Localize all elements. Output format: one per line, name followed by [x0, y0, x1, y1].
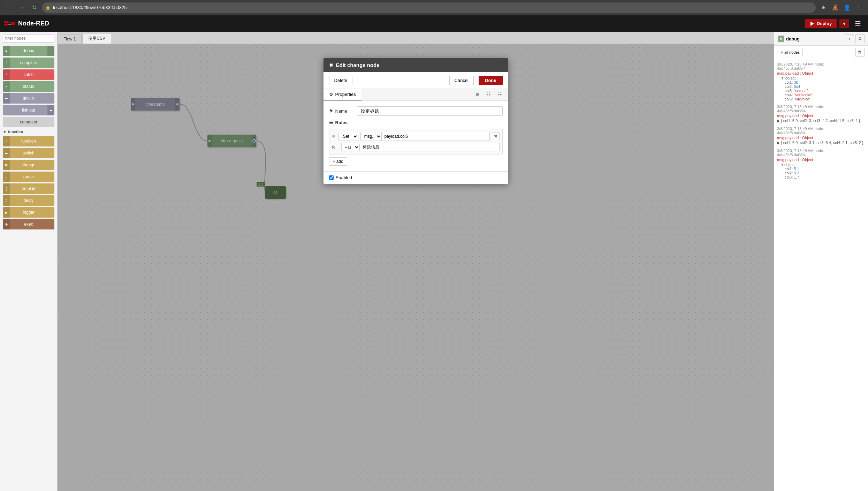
back-button[interactable]: ← [4, 3, 14, 13]
canvas[interactable]: timestamp http request [58, 44, 774, 491]
sidebar-item-complete[interactable]: ! complete [3, 58, 54, 68]
sidebar-item-exec[interactable]: ⚙ exec [3, 219, 54, 229]
sidebar-item-catch[interactable]: ! catch [3, 69, 54, 80]
sidebar-item-delay[interactable]: ⏱ delay [3, 195, 54, 206]
hamburger-menu-button[interactable]: ☰ [852, 18, 864, 29]
add-rule-button[interactable]: + add [329, 157, 347, 166]
debug-entry-2-meta: 3/8/2020, 7:18:49 AM node: 4ab45cf8.da08… [777, 105, 865, 113]
rule-delete-button[interactable]: ✖ [492, 133, 500, 140]
enabled-label-text: Enabled [336, 175, 352, 180]
sidebar-item-trigger[interactable]: ▶ trigger [3, 207, 54, 218]
sidebar-item-template[interactable]: { template [3, 183, 54, 194]
catch-icon-left: ! [3, 69, 10, 80]
rule-value-input[interactable] [360, 143, 499, 151]
sidebar-item-status[interactable]: ~ status [3, 81, 54, 92]
debug-entry-2: 3/8/2020, 7:18:49 AM node: 4ab45cf8.da08… [777, 105, 865, 123]
canvas-area: Flow 1 使用CSV timestamp [58, 32, 774, 491]
switch-icon-left: ➡ [3, 148, 10, 158]
bookmark-star-button[interactable]: ★ [818, 3, 828, 13]
debug-settings-button[interactable]: ⚙ [855, 34, 865, 43]
description-button[interactable]: ☷ [483, 89, 494, 100]
tab-properties[interactable]: ⚙ Properties [323, 89, 361, 100]
category-function-label: function [8, 130, 23, 134]
enabled-checkbox[interactable] [329, 175, 334, 180]
debug-clear-button[interactable]: 🗑 [855, 48, 865, 57]
name-label: ⚑ Name [329, 108, 353, 114]
debug-fields-4: col1: 5.1 col2: 3.3 col3: 1.7 [781, 167, 865, 179]
debug-payload-label-4[interactable]: msg.payload : Object [777, 158, 865, 162]
drag-handle[interactable]: ≡ [332, 134, 335, 139]
range-icon-left: → [3, 172, 10, 182]
cancel-button[interactable]: Cancel [449, 76, 474, 85]
debug-filter-bar: ▿ all nodes 🗑 [774, 46, 868, 59]
extension-button[interactable]: 🧸 [830, 3, 840, 13]
sidebar-item-debug[interactable]: ■ debug ☰ [3, 46, 54, 56]
debug-inline-2[interactable]: ▶ { col1: 5.9, col2: 3, col3: 4.2, col4:… [777, 119, 865, 123]
sidebar-item-function[interactable]: ƒ function [3, 136, 54, 146]
sidebar-item-range[interactable]: → range [3, 172, 54, 182]
debug-object-1: ▼ object col1: 30 col2: 0x4 col3: "setos… [777, 76, 865, 101]
sidebar-item-link-in[interactable]: ➡ link in [3, 93, 54, 104]
debug-expand-1[interactable]: ▼ object [781, 76, 865, 80]
edit-dialog-title: Edit change node [336, 62, 380, 68]
layout-button[interactable]: ☷ [494, 89, 505, 100]
debug-field-col2: col2: 0x4 [785, 84, 865, 89]
trigger-icon-left: ▶ [3, 207, 10, 218]
rule-action-select[interactable]: Set [338, 132, 358, 141]
complete-icon-left: ! [3, 58, 10, 68]
sidebar-item-link-out[interactable]: link out ➡ [3, 105, 54, 115]
category-chevron-icon: ▼ [3, 130, 7, 134]
deploy-icon [810, 21, 815, 26]
address-input[interactable] [42, 2, 816, 13]
debug-filter-button[interactable]: ▿ all nodes [778, 49, 803, 56]
deploy-chevron-button[interactable]: ▼ [839, 19, 849, 28]
template-icon-left: { [3, 183, 10, 194]
debug-field-col1: col1: 30 [785, 80, 865, 84]
debug-time-2: 3/8/2020, 7:18:49 AM [777, 105, 814, 109]
edit-dialog: ✖ Edit change node Delete Cancel Done [323, 58, 508, 184]
tag-icon: ⚑ [329, 108, 333, 114]
exec-icon-left: ⚙ [3, 219, 10, 229]
debug-node-id-2: 4ab45cf8.da08f4 [777, 109, 806, 113]
deploy-button[interactable]: Deploy [805, 19, 837, 28]
debug-info-button[interactable]: i [845, 34, 854, 43]
debug-field-4-col2: col2: 3.3 [785, 171, 865, 175]
gear-settings-button[interactable]: ⚙ [472, 89, 483, 100]
debug-payload-label-1[interactable]: msg.payload : Object [777, 71, 865, 75]
debug-payload-label-3[interactable]: msg.payload : Object [777, 136, 865, 140]
debug-expand-4[interactable]: ▼object [781, 163, 865, 167]
browser-menu-button[interactable]: ⋮ [854, 3, 864, 13]
done-button[interactable]: Done [479, 76, 503, 85]
debug-panel: ■ debug i ⚙ ▿ all nodes 🗑 [774, 32, 868, 491]
debug-inline-3[interactable]: ▶ { col1: 6.9, col2: 3.1, col3: 5.4, col… [777, 141, 865, 145]
sidebar-item-comment[interactable]: comment [3, 117, 54, 127]
sidebar-filter [0, 32, 57, 45]
tab-csv[interactable]: 使用CSV [82, 33, 111, 44]
filter-nodes-input[interactable] [3, 34, 54, 43]
rule-target-input[interactable] [382, 133, 489, 140]
rules-icon: ☰ [329, 120, 333, 125]
debug-object-4: ▼object col1: 5.1 col2: 3.3 col3: 1.7 [777, 163, 865, 179]
sidebar-item-switch[interactable]: ➡ switch [3, 148, 54, 158]
edit-node-icon: ✖ [329, 62, 333, 68]
rule-value-type-select[interactable]: ▾ az [342, 144, 360, 151]
svg-rect-4 [11, 22, 15, 25]
linkin-icon-left: ➡ [3, 93, 10, 104]
tab-flow1[interactable]: Flow 1 [58, 34, 82, 44]
debug-icon: ■ [778, 36, 784, 42]
debug-payload-label-2[interactable]: msg.payload : Object [777, 114, 865, 118]
delete-button[interactable]: Delete [329, 76, 353, 85]
rule-target-type-select[interactable]: msg. [361, 132, 382, 141]
sidebar-item-change[interactable]: ✖ change [3, 160, 54, 170]
forward-button[interactable]: → [17, 3, 26, 13]
rules-header: ☰ Rules [329, 120, 503, 125]
debug-entry-4: 3/8/2020, 7:18:49 AM node: 4ab45cf8.da08… [777, 149, 865, 179]
reload-button[interactable]: ↻ [29, 3, 39, 13]
name-input[interactable] [357, 106, 503, 116]
profile-button[interactable]: 👤 [842, 3, 852, 13]
top-bar-right: Deploy ▼ ☰ [805, 18, 864, 29]
debug-node-id-4: 4ab45cf8.da08f4 [777, 153, 806, 157]
rule-row-1: ≡ Set msg. [329, 129, 503, 154]
sidebar-category-function[interactable]: ▼ function [0, 128, 57, 135]
to-label: to [332, 145, 339, 150]
